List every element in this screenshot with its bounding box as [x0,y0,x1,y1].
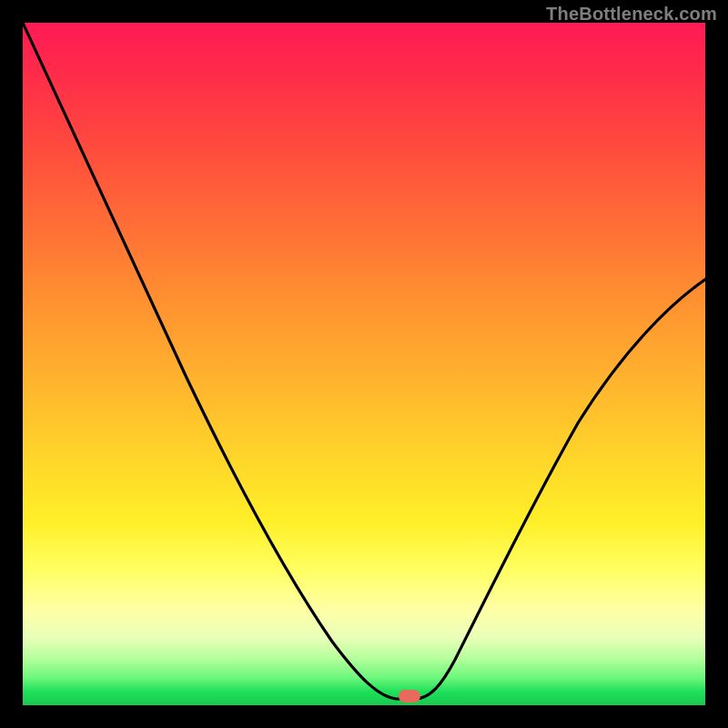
curve-left-branch [23,23,416,699]
curve-right-branch [416,279,705,699]
plot-area [23,23,705,705]
chart-stage: TheBottleneck.com [0,0,728,728]
watermark-text: TheBottleneck.com [546,4,717,25]
bottleneck-curve [23,23,705,705]
optimal-marker [399,690,420,703]
